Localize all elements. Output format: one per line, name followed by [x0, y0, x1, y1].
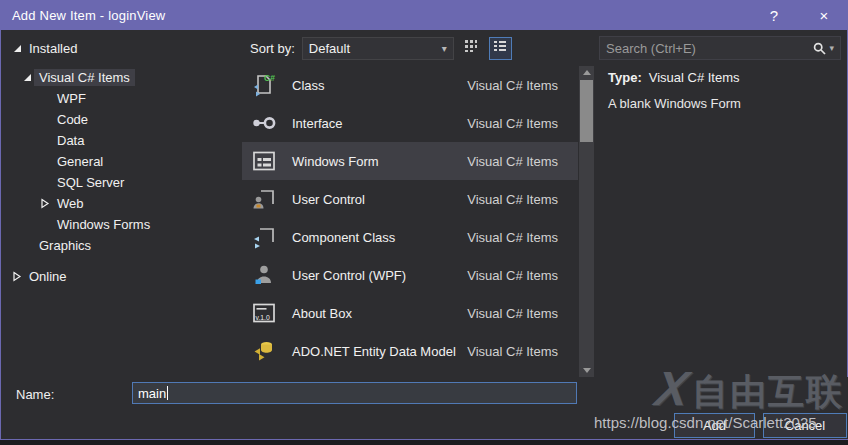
- scroll-up-icon[interactable]: [579, 66, 594, 79]
- item-category: Visual C# Items: [467, 268, 558, 283]
- item-name: About Box: [292, 306, 467, 321]
- tree-item-web[interactable]: Web: [2, 193, 242, 214]
- footer: Name: main Add Cancel: [2, 377, 848, 439]
- add-button[interactable]: Add: [674, 413, 755, 438]
- list-item-ado-net-entity-data-model[interactable]: ADO.NET Entity Data ModelVisual C# Items: [242, 332, 578, 370]
- category-pane: InstalledVisual C# ItemsWPFCodeDataGener…: [2, 30, 242, 377]
- scrollbar-thumb[interactable]: [580, 80, 593, 142]
- user-control-wpf-icon: [250, 261, 278, 289]
- tree-item-windows-forms[interactable]: Windows Forms: [2, 214, 242, 235]
- tree-item-code[interactable]: Code: [2, 109, 242, 130]
- item-category: Visual C# Items: [467, 230, 558, 245]
- tree-item-label: Online: [24, 268, 72, 285]
- tree-item-label: Data: [52, 132, 89, 149]
- list-item-about-box[interactable]: v.1.0About BoxVisual C# Items: [242, 294, 578, 332]
- tree-item-visual-c-items[interactable]: Visual C# Items: [2, 67, 242, 88]
- list-item-class[interactable]: C#ClassVisual C# Items: [242, 66, 578, 104]
- component-class-icon: [250, 223, 278, 251]
- search-icon[interactable]: [812, 41, 827, 56]
- class-icon: C#: [250, 71, 278, 99]
- partial-list-item[interactable]: [242, 370, 594, 377]
- title-bar[interactable]: Add New Item - loginView ? ×: [1, 0, 847, 30]
- text-caret: [167, 386, 168, 400]
- about-box-icon: v.1.0: [250, 299, 278, 327]
- tree-item-label: WPF: [52, 90, 91, 107]
- item-category: Visual C# Items: [467, 78, 558, 93]
- tree-item-label: Windows Forms: [52, 216, 155, 233]
- item-category: Visual C# Items: [467, 192, 558, 207]
- list-item-user-control-wpf[interactable]: User Control (WPF)Visual C# Items: [242, 256, 578, 294]
- item-category: Visual C# Items: [467, 116, 558, 131]
- tree-item-label: Code: [52, 111, 93, 128]
- list-scrollbar[interactable]: [579, 66, 594, 377]
- collapsed-icon[interactable]: [38, 198, 52, 209]
- tree-item-label: Visual C# Items: [34, 69, 135, 86]
- tree-item-label: General: [52, 153, 108, 170]
- scroll-down-icon[interactable]: [579, 364, 594, 377]
- template-list: C#ClassVisual C# ItemsInterfaceVisual C#…: [242, 66, 594, 377]
- item-name: ADO.NET Entity Data Model: [292, 344, 467, 359]
- item-category: Visual C# Items: [467, 154, 558, 169]
- grid-view-button[interactable]: [460, 37, 483, 60]
- tree-item-label: Graphics: [34, 237, 96, 254]
- list-view-icon: [492, 38, 508, 58]
- cancel-button[interactable]: Cancel: [763, 413, 847, 438]
- template-description: A blank Windows Form: [608, 96, 741, 111]
- add-new-item-dialog-screen: Add New Item - loginView ? × InstalledVi…: [0, 0, 848, 445]
- windows-form-icon: [250, 147, 278, 175]
- tree-item-general[interactable]: General: [2, 151, 242, 172]
- item-name: Class: [292, 78, 467, 93]
- template-pane: Sort by: Default ▾ C#ClassVisual: [242, 30, 594, 377]
- sort-dropdown[interactable]: Default ▾: [302, 37, 454, 60]
- list-view-button[interactable]: [489, 37, 512, 60]
- tree-item-sql-server[interactable]: SQL Server: [2, 172, 242, 193]
- details-pane: ▾ Type:Visual C# Items A blank Windows F…: [594, 30, 848, 377]
- list-item-component-class[interactable]: Component ClassVisual C# Items: [242, 218, 578, 256]
- svg-text:v.1.0: v.1.0: [256, 314, 270, 321]
- item-category: Visual C# Items: [467, 344, 558, 359]
- sort-by-label: Sort by:: [250, 41, 295, 56]
- dialog-title: Add New Item - loginView: [1, 8, 165, 23]
- list-item-windows-form[interactable]: Windows FormVisual C# Items: [242, 142, 578, 180]
- tree-item-label: Installed: [24, 40, 82, 57]
- add-new-item-dialog: Add New Item - loginView ? × InstalledVi…: [0, 0, 848, 440]
- type-value: Visual C# Items: [649, 70, 740, 85]
- expanded-icon[interactable]: [20, 74, 34, 81]
- tree-item-online[interactable]: Online: [2, 266, 242, 287]
- tree-item-label: SQL Server: [52, 174, 129, 191]
- tree-item-graphics[interactable]: Graphics: [2, 235, 242, 256]
- sort-dropdown-value: Default: [309, 41, 442, 56]
- name-input-value: main: [138, 386, 166, 401]
- item-category: Visual C# Items: [467, 306, 558, 321]
- item-name: Windows Form: [292, 154, 467, 169]
- template-details: Type:Visual C# Items A blank Windows For…: [608, 70, 741, 111]
- svg-text:C#: C#: [264, 73, 275, 83]
- item-name: User Control (WPF): [292, 268, 467, 283]
- tree-item-data[interactable]: Data: [2, 130, 242, 151]
- sort-toolbar: Sort by: Default ▾: [242, 30, 594, 66]
- tree-item-wpf[interactable]: WPF: [2, 88, 242, 109]
- chevron-down-icon: ▾: [442, 43, 447, 54]
- expanded-icon[interactable]: [10, 45, 24, 52]
- interface-icon: [250, 109, 278, 137]
- collapsed-icon[interactable]: [10, 271, 24, 282]
- search-box[interactable]: ▾: [599, 36, 841, 60]
- item-name: User Control: [292, 192, 467, 207]
- help-button[interactable]: ?: [757, 0, 791, 30]
- name-label: Name:: [16, 387, 54, 402]
- item-name: Interface: [292, 116, 467, 131]
- search-input[interactable]: [600, 41, 812, 56]
- type-label: Type:: [608, 70, 642, 85]
- close-button[interactable]: ×: [807, 0, 841, 30]
- category-tree: InstalledVisual C# ItemsWPFCodeDataGener…: [2, 30, 242, 287]
- grid-view-icon: [463, 38, 479, 58]
- ado-net-icon: [250, 337, 278, 365]
- search-options-chevron-icon[interactable]: ▾: [827, 43, 840, 53]
- list-item-user-control[interactable]: User ControlVisual C# Items: [242, 180, 578, 218]
- item-name: Component Class: [292, 230, 467, 245]
- list-item-interface[interactable]: InterfaceVisual C# Items: [242, 104, 578, 142]
- user-control-icon: [250, 185, 278, 213]
- tree-item-installed[interactable]: Installed: [2, 38, 242, 59]
- name-input[interactable]: main: [132, 382, 577, 404]
- tree-item-label: Web: [52, 195, 89, 212]
